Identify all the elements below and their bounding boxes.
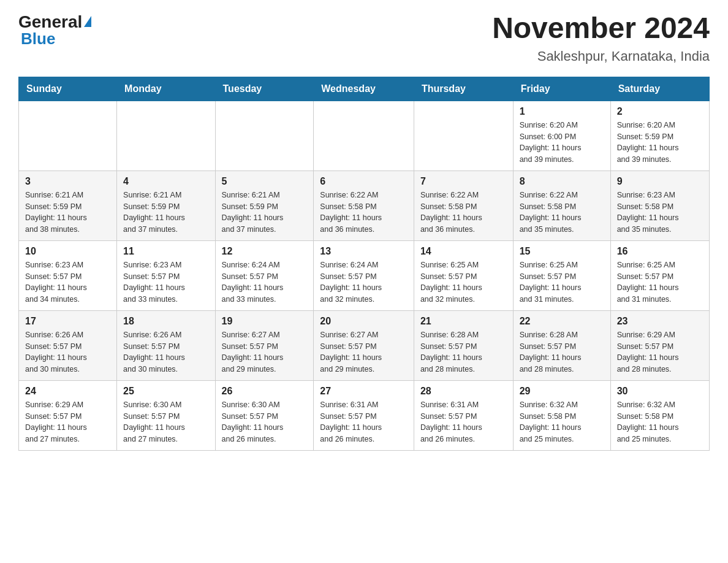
logo: General Blue: [18, 12, 91, 48]
calendar-cell: 23Sunrise: 6:29 AMSunset: 5:57 PMDayligh…: [610, 310, 709, 380]
day-info: Sunrise: 6:21 AMSunset: 5:59 PMDaylight:…: [123, 190, 208, 236]
day-info: Sunrise: 6:32 AMSunset: 5:58 PMDaylight:…: [617, 399, 703, 445]
day-number: 15: [520, 246, 604, 257]
day-info: Sunrise: 6:29 AMSunset: 5:57 PMDaylight:…: [617, 329, 703, 375]
calendar-table: SundayMondayTuesdayWednesdayThursdayFrid…: [18, 77, 710, 451]
calendar-week-row: 17Sunrise: 6:26 AMSunset: 5:57 PMDayligh…: [19, 310, 710, 380]
calendar-cell: 2Sunrise: 6:20 AMSunset: 5:59 PMDaylight…: [610, 101, 709, 170]
day-number: 28: [420, 386, 507, 397]
weekday-header-friday: Friday: [513, 77, 610, 101]
calendar-week-row: 24Sunrise: 6:29 AMSunset: 5:57 PMDayligh…: [19, 380, 710, 450]
day-info: Sunrise: 6:26 AMSunset: 5:57 PMDaylight:…: [25, 329, 110, 375]
calendar-cell: [314, 101, 414, 170]
calendar-cell: 25Sunrise: 6:30 AMSunset: 5:57 PMDayligh…: [117, 380, 215, 450]
day-info: Sunrise: 6:30 AMSunset: 5:57 PMDaylight:…: [222, 399, 308, 445]
day-number: 29: [520, 386, 604, 397]
day-info: Sunrise: 6:25 AMSunset: 5:57 PMDaylight:…: [420, 259, 507, 305]
calendar-cell: 5Sunrise: 6:21 AMSunset: 5:59 PMDaylight…: [215, 170, 314, 240]
day-number: 20: [320, 316, 408, 327]
day-info: Sunrise: 6:24 AMSunset: 5:57 PMDaylight:…: [320, 259, 408, 305]
calendar-cell: 1Sunrise: 6:20 AMSunset: 6:00 PMDaylight…: [513, 101, 610, 170]
day-number: 12: [222, 246, 308, 257]
page-header: General Blue November 2024 Sakleshpur, K…: [18, 12, 710, 64]
calendar-cell: 8Sunrise: 6:22 AMSunset: 5:58 PMDaylight…: [513, 170, 610, 240]
weekday-header-thursday: Thursday: [414, 77, 513, 101]
calendar-cell: 16Sunrise: 6:25 AMSunset: 5:57 PMDayligh…: [610, 240, 709, 310]
weekday-header-wednesday: Wednesday: [314, 77, 414, 101]
calendar-cell: 4Sunrise: 6:21 AMSunset: 5:59 PMDaylight…: [117, 170, 215, 240]
weekday-header-sunday: Sunday: [19, 77, 117, 101]
day-info: Sunrise: 6:30 AMSunset: 5:57 PMDaylight:…: [123, 399, 208, 445]
day-number: 11: [123, 246, 208, 257]
calendar-cell: 19Sunrise: 6:27 AMSunset: 5:57 PMDayligh…: [215, 310, 314, 380]
page-subtitle: Sakleshpur, Karnataka, India: [492, 48, 710, 64]
day-number: 9: [617, 176, 703, 187]
day-number: 16: [617, 246, 703, 257]
day-info: Sunrise: 6:23 AMSunset: 5:57 PMDaylight:…: [25, 259, 110, 305]
day-number: 6: [320, 176, 408, 187]
calendar-cell: 7Sunrise: 6:22 AMSunset: 5:58 PMDaylight…: [414, 170, 513, 240]
day-number: 7: [420, 176, 507, 187]
weekday-header-monday: Monday: [117, 77, 215, 101]
calendar-cell: 12Sunrise: 6:24 AMSunset: 5:57 PMDayligh…: [215, 240, 314, 310]
day-number: 1: [520, 106, 604, 117]
calendar-cell: 27Sunrise: 6:31 AMSunset: 5:57 PMDayligh…: [314, 380, 414, 450]
day-info: Sunrise: 6:29 AMSunset: 5:57 PMDaylight:…: [25, 399, 110, 445]
calendar-cell: [414, 101, 513, 170]
day-info: Sunrise: 6:24 AMSunset: 5:57 PMDaylight:…: [222, 259, 308, 305]
day-info: Sunrise: 6:25 AMSunset: 5:57 PMDaylight:…: [520, 259, 604, 305]
logo-blue: Blue: [21, 29, 55, 48]
day-number: 26: [222, 386, 308, 397]
day-number: 8: [520, 176, 604, 187]
weekday-header-saturday: Saturday: [610, 77, 709, 101]
day-info: Sunrise: 6:31 AMSunset: 5:57 PMDaylight:…: [320, 399, 408, 445]
day-info: Sunrise: 6:20 AMSunset: 5:59 PMDaylight:…: [617, 120, 703, 166]
day-number: 30: [617, 386, 703, 397]
day-number: 17: [25, 316, 110, 327]
calendar-cell: 10Sunrise: 6:23 AMSunset: 5:57 PMDayligh…: [19, 240, 117, 310]
calendar-cell: 14Sunrise: 6:25 AMSunset: 5:57 PMDayligh…: [414, 240, 513, 310]
calendar-cell: 11Sunrise: 6:23 AMSunset: 5:57 PMDayligh…: [117, 240, 215, 310]
calendar-cell: 29Sunrise: 6:32 AMSunset: 5:58 PMDayligh…: [513, 380, 610, 450]
day-info: Sunrise: 6:26 AMSunset: 5:57 PMDaylight:…: [123, 329, 208, 375]
calendar-cell: 20Sunrise: 6:27 AMSunset: 5:57 PMDayligh…: [314, 310, 414, 380]
calendar-week-row: 10Sunrise: 6:23 AMSunset: 5:57 PMDayligh…: [19, 240, 710, 310]
day-number: 19: [222, 316, 308, 327]
day-info: Sunrise: 6:22 AMSunset: 5:58 PMDaylight:…: [520, 190, 604, 236]
calendar-cell: 22Sunrise: 6:28 AMSunset: 5:57 PMDayligh…: [513, 310, 610, 380]
calendar-cell: [19, 101, 117, 170]
day-info: Sunrise: 6:22 AMSunset: 5:58 PMDaylight:…: [420, 190, 507, 236]
calendar-cell: 9Sunrise: 6:23 AMSunset: 5:58 PMDaylight…: [610, 170, 709, 240]
day-number: 13: [320, 246, 408, 257]
day-number: 24: [25, 386, 110, 397]
day-number: 22: [520, 316, 604, 327]
calendar-cell: 17Sunrise: 6:26 AMSunset: 5:57 PMDayligh…: [19, 310, 117, 380]
day-info: Sunrise: 6:27 AMSunset: 5:57 PMDaylight:…: [320, 329, 408, 375]
calendar-cell: [117, 101, 215, 170]
calendar-week-row: 3Sunrise: 6:21 AMSunset: 5:59 PMDaylight…: [19, 170, 710, 240]
day-number: 10: [25, 246, 110, 257]
calendar-cell: 24Sunrise: 6:29 AMSunset: 5:57 PMDayligh…: [19, 380, 117, 450]
logo-triangle-icon: [84, 16, 91, 27]
day-number: 25: [123, 386, 208, 397]
title-block: November 2024 Sakleshpur, Karnataka, Ind…: [492, 12, 710, 64]
day-info: Sunrise: 6:28 AMSunset: 5:57 PMDaylight:…: [520, 329, 604, 375]
day-info: Sunrise: 6:31 AMSunset: 5:57 PMDaylight:…: [420, 399, 507, 445]
day-info: Sunrise: 6:21 AMSunset: 5:59 PMDaylight:…: [222, 190, 308, 236]
day-info: Sunrise: 6:21 AMSunset: 5:59 PMDaylight:…: [25, 190, 110, 236]
weekday-header-tuesday: Tuesday: [215, 77, 314, 101]
day-number: 14: [420, 246, 507, 257]
calendar-cell: 3Sunrise: 6:21 AMSunset: 5:59 PMDaylight…: [19, 170, 117, 240]
day-number: 3: [25, 176, 110, 187]
day-number: 18: [123, 316, 208, 327]
calendar-cell: 30Sunrise: 6:32 AMSunset: 5:58 PMDayligh…: [610, 380, 709, 450]
day-number: 4: [123, 176, 208, 187]
calendar-cell: 6Sunrise: 6:22 AMSunset: 5:58 PMDaylight…: [314, 170, 414, 240]
day-number: 23: [617, 316, 703, 327]
page-title: November 2024: [492, 12, 710, 45]
day-info: Sunrise: 6:27 AMSunset: 5:57 PMDaylight:…: [222, 329, 308, 375]
calendar-cell: 13Sunrise: 6:24 AMSunset: 5:57 PMDayligh…: [314, 240, 414, 310]
calendar-cell: 18Sunrise: 6:26 AMSunset: 5:57 PMDayligh…: [117, 310, 215, 380]
calendar-week-row: 1Sunrise: 6:20 AMSunset: 6:00 PMDaylight…: [19, 101, 710, 170]
day-number: 27: [320, 386, 408, 397]
